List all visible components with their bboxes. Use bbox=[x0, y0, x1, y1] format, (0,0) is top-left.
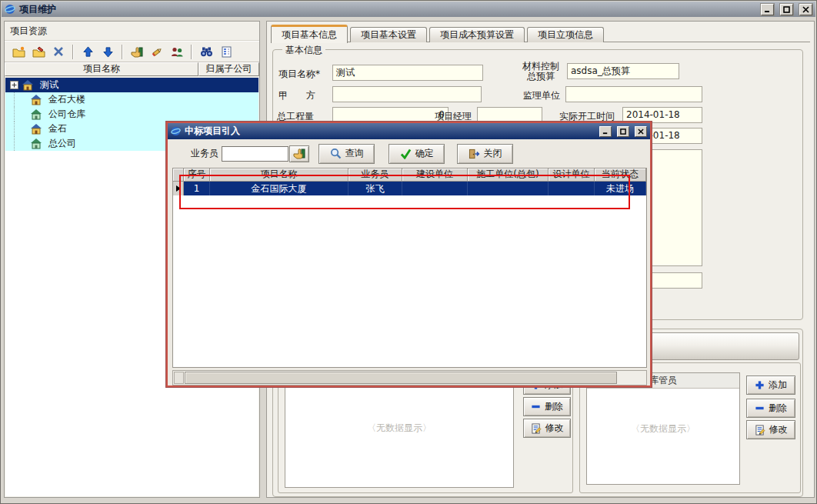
cell-designer[interactable] bbox=[549, 182, 595, 195]
col-header-salesman[interactable]: 业务员 bbox=[348, 169, 402, 182]
right-delete-button[interactable]: 删除 bbox=[746, 399, 795, 418]
bid-projects-grid[interactable]: 序号 项目名称 业务员 建设单位 施工单位(总包) 设计单位 当前状态 1 金石… bbox=[172, 168, 647, 368]
material-budget-label: 材料控制总预算 bbox=[516, 62, 565, 82]
checkmark-icon bbox=[400, 149, 412, 159]
grid-header-row: 序号 项目名称 业务员 建设单位 施工单位(总包) 设计单位 当前状态 bbox=[173, 169, 646, 182]
app-titlebar: 项目维护 bbox=[2, 2, 815, 17]
cell-seq[interactable]: 1 bbox=[184, 182, 210, 195]
move-down-icon bbox=[102, 46, 114, 58]
dialog-close-button[interactable] bbox=[635, 126, 647, 137]
scrollbar-thumb[interactable] bbox=[185, 372, 617, 384]
house-icon bbox=[22, 79, 34, 91]
new-folder-button[interactable] bbox=[8, 43, 28, 61]
ok-button[interactable]: 确定 bbox=[388, 144, 445, 164]
dialog-title: 中标项目引入 bbox=[185, 125, 240, 138]
cell-salesman[interactable]: 张飞 bbox=[348, 182, 402, 195]
move-up-button[interactable] bbox=[78, 43, 98, 61]
dialog-maximize-button[interactable] bbox=[617, 126, 629, 137]
supervisor-label: 监理单位 bbox=[523, 89, 560, 102]
report-button[interactable] bbox=[216, 43, 236, 61]
dialog-minimize-button[interactable] bbox=[599, 126, 612, 137]
dialog-toolbar: 业务员 查询 确定 关闭 bbox=[168, 139, 650, 168]
cell-builder[interactable] bbox=[402, 182, 468, 195]
left-modify-button[interactable]: 修改 bbox=[523, 419, 571, 438]
scrollbar-left-button[interactable] bbox=[174, 372, 184, 384]
maximize-icon bbox=[783, 6, 790, 13]
grid-row-selected[interactable]: 1 金石国际大厦 张飞 未进场 bbox=[173, 182, 646, 195]
edit-folder-button[interactable] bbox=[28, 43, 48, 61]
dialog-logo-icon bbox=[171, 126, 181, 136]
left-delete-button[interactable]: 删除 bbox=[523, 397, 571, 416]
tab-basic-info[interactable]: 项目基本信息 bbox=[271, 25, 348, 43]
tab-basic-settings[interactable]: 项目基本设置 bbox=[350, 27, 427, 42]
move-down-button[interactable] bbox=[98, 43, 118, 61]
tab-cost-budget-settings[interactable]: 项目成本预算设置 bbox=[429, 27, 525, 42]
tree-item-gongsicangku[interactable]: 公司仓库 bbox=[5, 107, 258, 122]
column-header-subsidiary[interactable]: 归属子公司 bbox=[198, 62, 259, 76]
cell-contractor[interactable] bbox=[468, 182, 549, 195]
minimize-icon bbox=[764, 6, 771, 13]
project-manager-input[interactable] bbox=[477, 107, 542, 123]
tree-connector-line bbox=[14, 122, 27, 136]
col-header-seq[interactable]: 序号 bbox=[184, 169, 210, 182]
tree-item-label[interactable]: 金石大楼 bbox=[45, 93, 88, 106]
tab-project-approval-info[interactable]: 项目立项信息 bbox=[527, 27, 604, 42]
modify-note-icon bbox=[755, 425, 765, 436]
cell-status[interactable]: 未进场 bbox=[595, 182, 646, 195]
total-quantity-input[interactable]: 0 bbox=[332, 107, 449, 123]
maximize-button[interactable] bbox=[780, 4, 793, 15]
material-budget-input[interactable]: asdsa_总预算 bbox=[567, 63, 679, 79]
assign-button[interactable] bbox=[127, 43, 147, 61]
right-grid-box[interactable]: 库管员 〈无数据显示〉 bbox=[586, 372, 740, 485]
report-icon bbox=[221, 46, 232, 58]
find-button[interactable] bbox=[196, 43, 216, 61]
exit-door-icon bbox=[469, 149, 480, 159]
tree-connector-line bbox=[14, 107, 27, 122]
users-icon bbox=[171, 46, 184, 58]
close-icon bbox=[638, 129, 644, 135]
project-name-input[interactable]: 测试 bbox=[332, 65, 483, 81]
close-button[interactable] bbox=[799, 4, 812, 15]
tree-item-jinshidalou[interactable]: 金石大楼 bbox=[5, 92, 258, 107]
project-name-label: 项目名称* bbox=[278, 68, 320, 81]
winning-bid-import-dialog: 中标项目引入 业务员 查询 确定 关闭 bbox=[166, 122, 652, 387]
house-green-icon bbox=[30, 108, 42, 120]
salesman-lookup-button[interactable] bbox=[289, 145, 309, 162]
dialog-close-action-button[interactable]: 关闭 bbox=[457, 144, 513, 164]
find-binoculars-icon bbox=[200, 46, 213, 58]
left-list-empty-text: 〈无数据显示〉 bbox=[285, 422, 513, 435]
tree-item-label[interactable]: 总公司 bbox=[45, 137, 79, 150]
expand-plus-icon[interactable] bbox=[10, 81, 18, 89]
delete-node-button[interactable] bbox=[48, 43, 68, 61]
right-modify-button[interactable]: 修改 bbox=[746, 420, 795, 439]
grid-horizontal-scrollbar[interactable] bbox=[172, 370, 647, 386]
tree-item-label[interactable]: 公司仓库 bbox=[45, 108, 88, 121]
users-button[interactable] bbox=[167, 43, 187, 61]
row-indicator-icon bbox=[173, 182, 184, 195]
tree-item-label[interactable]: 金石 bbox=[45, 122, 70, 135]
app-window: 项目维护 项目资源 项目名称 归属子公司 bbox=[0, 0, 817, 504]
column-header-project-name[interactable]: 项目名称 bbox=[5, 62, 198, 76]
col-header-designer[interactable]: 设计单位 bbox=[549, 169, 595, 182]
col-header-project-name[interactable]: 项目名称 bbox=[210, 169, 348, 182]
tree-item-label[interactable]: 测试 bbox=[37, 78, 62, 92]
col-header-builder[interactable]: 建设单位 bbox=[402, 169, 468, 182]
party-a-input[interactable] bbox=[332, 86, 482, 102]
query-button[interactable]: 查询 bbox=[318, 144, 375, 164]
col-header-contractor[interactable]: 施工单位(总包) bbox=[468, 169, 549, 182]
edit-pencil-button[interactable] bbox=[147, 43, 167, 61]
salesman-input[interactable] bbox=[222, 146, 288, 162]
pencil-icon bbox=[151, 46, 163, 58]
supervisor-input[interactable] bbox=[565, 86, 702, 102]
add-plus-icon bbox=[755, 380, 765, 390]
right-add-button[interactable]: 添加 bbox=[746, 375, 795, 395]
tree-item-ceshi[interactable]: 测试 bbox=[5, 78, 258, 92]
cell-project-name[interactable]: 金石国际大厦 bbox=[210, 182, 348, 195]
tree-connector-line bbox=[14, 136, 27, 151]
delete-minus-icon bbox=[531, 402, 541, 412]
actual-start-date-input[interactable]: 2014-01-18 bbox=[622, 107, 702, 123]
tree-column-headers: 项目名称 归属子公司 bbox=[5, 62, 259, 76]
col-header-status[interactable]: 当前状态 bbox=[595, 169, 646, 182]
minimize-button[interactable] bbox=[761, 4, 774, 15]
right-list-empty-text: 〈无数据显示〉 bbox=[587, 422, 739, 436]
